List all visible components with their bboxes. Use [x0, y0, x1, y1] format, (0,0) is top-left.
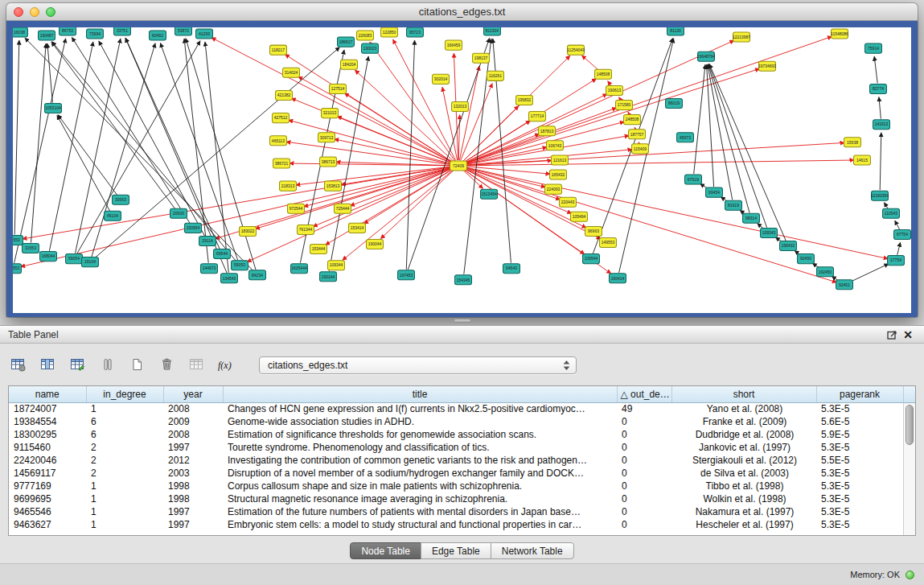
- graph-node[interactable]: 109343: [761, 228, 778, 237]
- graph-node[interactable]: 105494: [571, 212, 588, 221]
- graph-node[interactable]: 972544: [288, 204, 305, 213]
- graph-node[interactable]: 45104: [105, 211, 121, 220]
- close-panel-button[interactable]: ✕: [900, 328, 916, 341]
- table-row[interactable]: 1830029562008Estimation of significance …: [9, 428, 903, 441]
- graph-node[interactable]: 226083: [357, 31, 374, 40]
- graph-edge[interactable]: [350, 167, 453, 205]
- graph-node[interactable]: 1053104: [45, 104, 62, 113]
- graph-edge[interactable]: [464, 160, 854, 166]
- graph-node[interactable]: 72409: [450, 161, 467, 171]
- graph-node[interactable]: 177714: [529, 112, 546, 122]
- graph-node[interactable]: 69544: [214, 249, 231, 259]
- column-header-name[interactable]: name: [9, 386, 86, 402]
- graph-node[interactable]: 220443: [560, 197, 577, 207]
- graph-edge[interactable]: [634, 127, 635, 129]
- graph-node[interactable]: 168044: [40, 252, 57, 262]
- graph-edge[interactable]: [884, 203, 888, 209]
- graph-edge[interactable]: [92, 43, 155, 257]
- graph-node[interactable]: 196432: [780, 241, 797, 250]
- column-header-short[interactable]: short: [671, 386, 816, 402]
- graph-node[interactable]: 86753: [60, 27, 76, 35]
- delete-columns-button[interactable]: [157, 356, 177, 376]
- graph-node[interactable]: 14615: [854, 155, 871, 165]
- graph-edge[interactable]: [58, 115, 117, 196]
- graph-node[interactable]: 122850: [381, 27, 398, 37]
- graph-node[interactable]: 183022: [240, 226, 257, 236]
- graph-node[interactable]: 811304: [484, 27, 501, 35]
- graph-edge[interactable]: [463, 40, 734, 163]
- graph-node[interactable]: 102553: [13, 264, 22, 274]
- graph-node[interactable]: 30563: [113, 195, 129, 204]
- graph-edge[interactable]: [582, 56, 599, 71]
- graph-node[interactable]: 184204: [341, 60, 358, 69]
- graph-edge[interactable]: [380, 170, 454, 239]
- tab-edge-table[interactable]: Edge Table: [421, 542, 491, 559]
- graph-node[interactable]: 190044: [367, 239, 384, 249]
- graph-edge[interactable]: [879, 97, 881, 118]
- graph-node[interactable]: 86019: [666, 98, 683, 108]
- graph-node[interactable]: 33751: [114, 27, 131, 35]
- graph-edge[interactable]: [707, 64, 714, 187]
- graph-edge[interactable]: [459, 66, 479, 160]
- graph-node[interactable]: 148508: [595, 69, 612, 79]
- table-mode-button[interactable]: [8, 356, 28, 376]
- graph-node[interactable]: 118217: [270, 45, 287, 55]
- graph-edge[interactable]: [463, 168, 601, 239]
- graph-edge[interactable]: [464, 167, 888, 258]
- graph-node[interactable]: 154345: [455, 275, 472, 285]
- network-selector-dropdown[interactable]: citations_edges.txt: [259, 356, 577, 374]
- graph-node[interactable]: 116261: [487, 71, 504, 80]
- graph-node[interactable]: 132013: [452, 102, 469, 112]
- graph-node[interactable]: 197453: [398, 270, 415, 280]
- graph-node[interactable]: 12213987: [733, 32, 750, 42]
- minimize-window-button[interactable]: [30, 7, 39, 17]
- graph-node[interactable]: 29114: [199, 236, 216, 245]
- graph-edge[interactable]: [895, 220, 900, 229]
- graph-node[interactable]: 45973: [677, 133, 694, 142]
- graph-node[interactable]: 192450: [817, 267, 834, 277]
- graph-edge[interactable]: [628, 112, 630, 114]
- graph-node[interactable]: 11553: [13, 235, 23, 245]
- graph-node[interactable]: 41293: [196, 29, 213, 39]
- graph-edge[interactable]: [289, 120, 454, 164]
- graph-node[interactable]: 84234: [249, 270, 266, 280]
- edit-columns-button[interactable]: [68, 356, 88, 376]
- row-tools-button[interactable]: [97, 356, 117, 376]
- graph-node[interactable]: 127514: [330, 84, 347, 93]
- graph-edge[interactable]: [72, 37, 190, 223]
- network-canvas[interactable]: 7240911821731402442138242751246511338672…: [13, 27, 911, 313]
- graph-node[interactable]: 19104: [82, 257, 99, 267]
- graph-node[interactable]: 171580: [616, 101, 633, 110]
- graph-node[interactable]: 187757: [629, 130, 646, 139]
- function-builder-button[interactable]: f(x): [216, 356, 236, 376]
- graph-node[interactable]: 321013: [322, 109, 339, 118]
- graph-edge[interactable]: [461, 84, 493, 161]
- graph-edge[interactable]: [49, 42, 93, 251]
- graph-node[interactable]: 160414: [610, 274, 626, 283]
- graph-edge[interactable]: [608, 81, 611, 86]
- graph-node[interactable]: 195832: [516, 95, 533, 105]
- graph-node[interactable]: 149553: [600, 237, 617, 247]
- network-canvas-svg[interactable]: 7240911821731402442138242751246511338672…: [13, 27, 911, 313]
- graph-node[interactable]: 190487: [39, 31, 55, 40]
- graph-node[interactable]: 11254049: [567, 45, 585, 55]
- table-vertical-scrollbar[interactable]: [903, 403, 915, 535]
- graph-node[interactable]: 115409: [632, 144, 649, 154]
- graph-edge[interactable]: [708, 64, 733, 200]
- graph-node[interactable]: 166459: [446, 40, 462, 50]
- column-header-out-de[interactable]: △ out_de…: [617, 386, 671, 402]
- graph-node[interactable]: 1625444: [291, 264, 308, 274]
- graph-node[interactable]: 60492: [150, 31, 166, 40]
- graph-node[interactable]: 186617: [338, 37, 355, 47]
- graph-node[interactable]: 81919: [725, 200, 742, 210]
- graph-node[interactable]: 73994: [87, 29, 104, 39]
- zoom-window-button[interactable]: [46, 7, 55, 17]
- graph-node[interactable]: 106544: [583, 254, 600, 264]
- graph-node[interactable]: 141913: [873, 120, 890, 130]
- graph-edge[interactable]: [880, 133, 881, 190]
- graph-edge[interactable]: [31, 43, 47, 242]
- graph-node[interactable]: 19648794: [697, 51, 715, 61]
- graph-edge[interactable]: [99, 41, 205, 236]
- graph-node[interactable]: 59054: [66, 254, 83, 264]
- graph-node[interactable]: 106743: [547, 141, 564, 150]
